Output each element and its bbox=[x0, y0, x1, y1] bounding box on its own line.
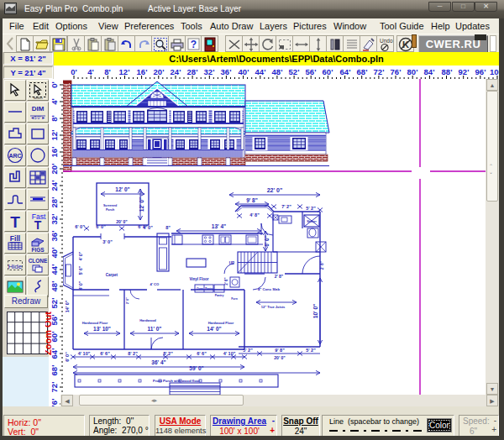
svg-text:14' 0": 14' 0" bbox=[207, 326, 221, 332]
svg-text:20' 0": 20' 0" bbox=[274, 355, 286, 360]
svg-text:?: ? bbox=[191, 39, 197, 50]
svg-text:3' 0": 3' 0" bbox=[102, 239, 113, 244]
svg-text:10' 0": 10' 0" bbox=[312, 304, 318, 318]
svg-text:T: T bbox=[10, 213, 20, 231]
svg-text:2' 0": 2' 0" bbox=[125, 297, 129, 305]
svg-text:4' 8": 4' 8" bbox=[249, 212, 260, 217]
svg-text:Front Porch with wood floor: Front Porch with wood floor bbox=[153, 379, 200, 383]
svg-text:6' 6": 6' 6" bbox=[100, 351, 110, 356]
svg-text:T: T bbox=[34, 218, 42, 231]
svg-text:5' 2": 5' 2" bbox=[243, 348, 253, 353]
svg-text:4' 0": 4' 0" bbox=[78, 251, 83, 260]
svg-text:12' 0": 12' 0" bbox=[139, 197, 144, 212]
svg-text:6' 0": 6' 0" bbox=[264, 235, 270, 247]
svg-text:Carpet: Carpet bbox=[106, 273, 118, 277]
svg-text:Pantry: Pantry bbox=[215, 294, 224, 297]
svg-text:4' 0": 4' 0" bbox=[78, 280, 83, 290]
svg-text:9' 8": 9' 8" bbox=[275, 348, 285, 353]
svg-text:20' 0": 20' 0" bbox=[116, 219, 128, 224]
svg-text:◄5'0"►: ◄5'0"► bbox=[30, 115, 45, 120]
svg-text:22' 0": 22' 0" bbox=[267, 187, 283, 193]
svg-text:Screened: Screened bbox=[103, 204, 117, 207]
svg-text:FIGS: FIGS bbox=[31, 247, 45, 253]
svg-text:36' 4": 36' 4" bbox=[151, 359, 165, 365]
svg-text:14' 0": 14' 0" bbox=[65, 300, 70, 312]
svg-text:5' 6": 5' 6" bbox=[78, 265, 83, 275]
svg-text:Select: Select bbox=[33, 96, 43, 100]
svg-text:2' 8": 2' 8" bbox=[275, 274, 284, 279]
svg-text:8' 2": 8' 2" bbox=[163, 351, 173, 356]
svg-text:5' 2": 5' 2" bbox=[306, 348, 316, 353]
svg-text:Zoom Out: Zoom Out bbox=[45, 312, 53, 355]
svg-text:CLONE: CLONE bbox=[29, 258, 48, 264]
svg-text:59' 0": 59' 0" bbox=[189, 365, 203, 371]
svg-text:13' 4": 13' 4" bbox=[212, 223, 226, 229]
svg-text:Hardwood Floor: Hardwood Floor bbox=[82, 321, 108, 325]
svg-text:9' 8": 9' 8" bbox=[246, 197, 258, 203]
svg-text:6' 6": 6' 6" bbox=[197, 351, 207, 356]
svg-text:Hardwood Floor: Hardwood Floor bbox=[208, 321, 234, 325]
svg-text:12" True Joists: 12" True Joists bbox=[261, 305, 286, 309]
svg-text:4' 10": 4' 10" bbox=[78, 351, 91, 356]
svg-text:4' CO: 4' CO bbox=[150, 282, 160, 286]
svg-text:Hide: Hide bbox=[8, 263, 23, 270]
svg-text:Porch: Porch bbox=[106, 208, 114, 212]
svg-text:2' 8": 2' 8" bbox=[319, 260, 324, 270]
svg-text:5' 2": 5' 2" bbox=[306, 206, 316, 211]
svg-text:Vinyl Floor: Vinyl Floor bbox=[189, 277, 208, 281]
svg-text:12' 0": 12' 0" bbox=[115, 186, 129, 192]
svg-text:ARC: ARC bbox=[8, 153, 21, 159]
svg-text:8": 8" bbox=[165, 225, 171, 230]
svg-text:13' 10": 13' 10" bbox=[93, 326, 111, 332]
svg-text:6' 0": 6' 0" bbox=[65, 352, 70, 362]
svg-text:4' 10": 4' 10" bbox=[223, 351, 236, 356]
svg-text:6' 0": 6' 0" bbox=[138, 224, 148, 229]
svg-text:6' 0": 6' 0" bbox=[75, 224, 85, 229]
svg-text:Shower: Shower bbox=[307, 220, 317, 223]
svg-text:2' 6": 2' 6" bbox=[224, 277, 228, 285]
svg-text:Undo: Undo bbox=[380, 38, 393, 44]
svg-text:7' 2": 7' 2" bbox=[281, 204, 291, 209]
svg-text:Hardwood: Hardwood bbox=[139, 318, 156, 322]
svg-text:Fill: Fill bbox=[10, 234, 20, 243]
svg-text:4" Conc Slab: 4" Conc Slab bbox=[258, 287, 280, 291]
svg-text:11' 0": 11' 0" bbox=[148, 326, 162, 332]
svg-text:Furn: Furn bbox=[231, 297, 238, 301]
svg-text:6' 0": 6' 0" bbox=[96, 224, 106, 229]
svg-text:DIM: DIM bbox=[32, 105, 45, 113]
